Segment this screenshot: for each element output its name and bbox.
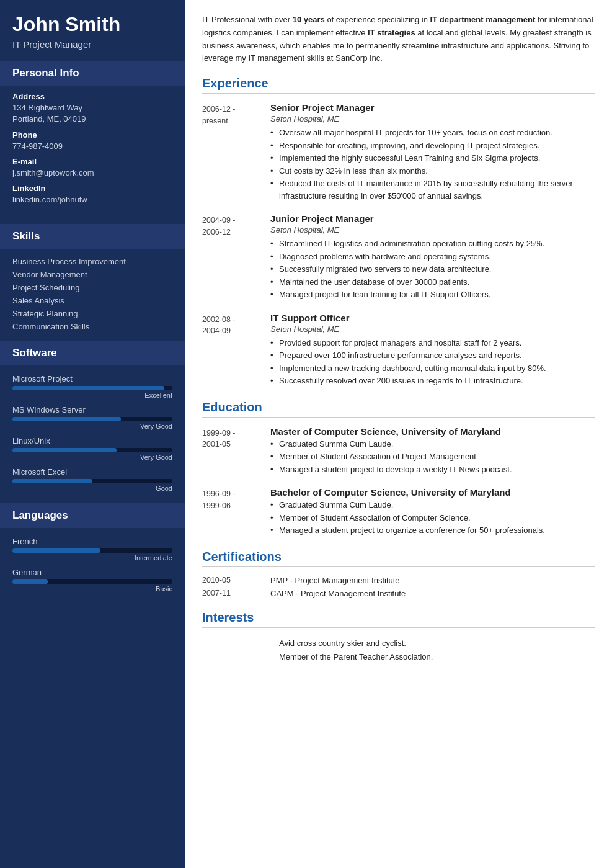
bullet: Successfully migrated two servers to new…: [270, 263, 595, 275]
education-title: Education: [202, 400, 595, 418]
entry-body-3: IT Support Officer Seton Hospital, ME Pr…: [270, 313, 595, 388]
lang-german: German Basic: [0, 565, 185, 593]
edu-bullets-1: Graduated Summa Cum Laude. Member of Stu…: [270, 438, 595, 476]
entry-date-1: 2006-12 -present: [202, 102, 270, 202]
address-value: 134 Rightward WayPortland, ME, 04019: [12, 102, 172, 125]
personal-info-section: Personal Info Address 134 Rightward WayP…: [0, 61, 185, 224]
personal-info-title: Personal Info: [0, 61, 185, 86]
skill-5: Strategic Planning: [0, 307, 185, 320]
bullet: Implemented a new tracking dashboard, cu…: [270, 362, 595, 375]
edu-date-1: 1999-09 -2001-05: [202, 426, 270, 477]
phone-value: 774-987-4009: [12, 141, 172, 152]
bullet: Member of Student Association of Project…: [270, 450, 595, 463]
bullet: Graduated Summa Cum Laude.: [270, 438, 595, 450]
candidate-name: John Smith: [12, 14, 172, 35]
skills-title: Skills: [0, 224, 185, 249]
bar-german: [12, 579, 172, 584]
interest-1: Avid cross country skier and cyclist.: [270, 637, 595, 650]
email-value: j.smith@uptowork.com: [12, 168, 172, 179]
experience-entry-2: 2004-09 -2006-12 Junior Project Manager …: [202, 213, 595, 302]
bullet: Cut costs by 32% in less than six months…: [270, 165, 595, 177]
entry-bullets-3: Provided support for project managers an…: [270, 337, 595, 387]
address-block: Address 134 Rightward WayPortland, ME, 0…: [0, 92, 185, 217]
entry-title-2: Junior Project Manager: [270, 213, 595, 224]
entry-title-1: Senior Project Manager: [270, 102, 595, 113]
entry-date-2: 2004-09 -2006-12: [202, 213, 270, 302]
summary-text: IT Professional with over 10 years of ex…: [202, 14, 595, 65]
candidate-title: IT Project Manager: [12, 39, 172, 50]
bar-excel: [12, 479, 172, 483]
edu-title-1: Master of Computer Science, University o…: [270, 426, 595, 437]
cert-name-2: CAPM - Project Management Institute: [270, 589, 406, 598]
linkedin-value: linkedin.com/johnutw: [12, 194, 172, 205]
software-3: Linux/Unix Very Good: [0, 434, 185, 461]
skill-6: Communication Skills: [0, 320, 185, 333]
bullet: Managed project for lean training for al…: [270, 289, 595, 301]
software-2: MS Windows Server Very Good: [0, 403, 185, 430]
languages-title: Languages: [0, 503, 185, 528]
cert-1: 2010-05 PMP - Project Management Institu…: [202, 576, 595, 585]
entry-org-2: Seton Hospital, ME: [270, 225, 595, 235]
entry-org-1: Seton Hospital, ME: [270, 114, 595, 123]
bar-linux: [12, 448, 172, 452]
bullet: Managed a student project to develop a w…: [270, 463, 595, 476]
phone-label: Phone: [12, 130, 172, 140]
bullet: Provided support for project managers an…: [270, 337, 595, 349]
resume-container: John Smith IT Project Manager Personal I…: [0, 0, 612, 868]
bullet: Implemented the highly successful Lean T…: [270, 152, 595, 164]
cert-name-1: PMP - Project Management Institute: [270, 576, 400, 585]
interests-wrapper: Avid cross country skier and cyclist. Me…: [202, 637, 595, 664]
bullet: Reduced the costs of IT maintenance in 2…: [270, 177, 595, 202]
address-label: Address: [12, 92, 172, 101]
main-content: IT Professional with over 10 years of ex…: [185, 0, 612, 868]
experience-section: Experience 2006-12 -present Senior Proje…: [202, 76, 595, 388]
experience-title: Experience: [202, 76, 595, 94]
certifications-title: Certifications: [202, 550, 595, 567]
certifications-section: Certifications 2010-05 PMP - Project Man…: [202, 550, 595, 598]
bullet: Successfully resolved over 200 issues in…: [270, 375, 595, 387]
cert-date-2: 2007-11: [202, 589, 270, 598]
entry-body-2: Junior Project Manager Seton Hospital, M…: [270, 213, 595, 302]
edu-date-2: 1996-09 -1999-06: [202, 487, 270, 537]
bullet: Managed a student project to organize a …: [270, 524, 595, 537]
skill-2: Vendor Management: [0, 268, 185, 281]
experience-entry-3: 2002-08 -2004-09 IT Support Officer Seto…: [202, 313, 595, 388]
bullet: Maintained the user database of over 300…: [270, 276, 595, 289]
bullet: Prepared over 100 infrastructure perform…: [270, 349, 595, 362]
entry-body-1: Senior Project Manager Seton Hospital, M…: [270, 102, 595, 202]
interest-2: Member of the Parent Teacher Association…: [270, 650, 595, 664]
skill-1: Business Process Improvement: [0, 255, 185, 268]
skill-3: Project Scheduling: [0, 281, 185, 294]
sidebar: John Smith IT Project Manager Personal I…: [0, 0, 185, 868]
bullet: Streamlined IT logistics and administrat…: [270, 238, 595, 250]
bullet: Diagnosed problems with hardware and ope…: [270, 251, 595, 263]
experience-entry-1: 2006-12 -present Senior Project Manager …: [202, 102, 595, 202]
entry-title-3: IT Support Officer: [270, 313, 595, 323]
languages-section: Languages French Intermediate German Bas…: [0, 503, 185, 604]
edu-body-1: Master of Computer Science, University o…: [270, 426, 595, 477]
edu-bullets-2: Graduated Summa Cum Laude. Member of Stu…: [270, 499, 595, 537]
linkedin-label: LinkedIn: [12, 184, 172, 193]
education-entry-2: 1996-09 -1999-06 Bachelor of Computer Sc…: [202, 487, 595, 537]
cert-2: 2007-11 CAPM - Project Management Instit…: [202, 589, 595, 598]
bullet: Member of Student Association of Compute…: [270, 512, 595, 524]
education-entry-1: 1999-09 -2001-05 Master of Computer Scie…: [202, 426, 595, 477]
sidebar-header: John Smith IT Project Manager: [0, 0, 185, 61]
software-1: Microsoft Project Excellent: [0, 372, 185, 399]
software-title: Software: [0, 341, 185, 365]
entry-bullets-2: Streamlined IT logistics and administrat…: [270, 238, 595, 301]
bullet: Oversaw all major hospital IT projects f…: [270, 127, 595, 139]
interests-section: Interests Avid cross country skier and c…: [202, 611, 595, 664]
email-label: E-mail: [12, 157, 172, 166]
skill-4: Sales Analysis: [0, 294, 185, 307]
education-section: Education 1999-09 -2001-05 Master of Com…: [202, 400, 595, 537]
bar-microsoft-project: [12, 386, 172, 390]
software-section: Software Microsoft Project Excellent MS …: [0, 341, 185, 503]
skills-section: Skills Business Process Improvement Vend…: [0, 224, 185, 341]
bar-french: [12, 548, 172, 553]
interests-title: Interests: [202, 611, 595, 628]
lang-french: French Intermediate: [0, 534, 185, 562]
entry-bullets-1: Oversaw all major hospital IT projects f…: [270, 127, 595, 202]
edu-body-2: Bachelor of Computer Science, University…: [270, 487, 595, 537]
software-4: Microsoft Excel Good: [0, 465, 185, 492]
